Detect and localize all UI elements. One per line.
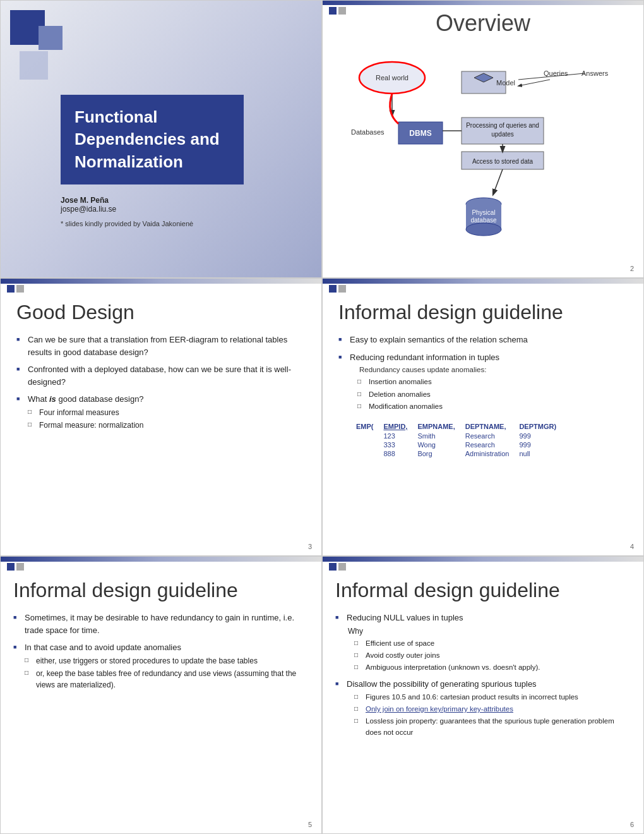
bullet-item-1: Easy to explain semantics of the relatio… (338, 334, 628, 346)
sub-bullet-1: Four informal measures (28, 407, 306, 418)
col-deptmgr: DEPTMGR) (514, 421, 561, 432)
slide-4: Informal design guideline Easy to explai… (322, 278, 644, 556)
svg-text:Real world: Real world (376, 74, 408, 82)
anomaly-3: Modification anomalies (350, 401, 628, 412)
spurious-item-1: Figures 10.5 and 10.6: cartesian product… (347, 692, 631, 703)
header-bar (323, 279, 643, 284)
svg-text:Processing of queries and: Processing of queries and (466, 122, 539, 129)
corner-decoration (7, 563, 24, 571)
header-bar (1, 279, 321, 284)
bullet-spurious: Disallow the possibility of generating s… (335, 678, 631, 738)
slide-title: Informal design guideline (13, 579, 309, 602)
why-item-1: Efficient use of space (347, 638, 631, 649)
col-empid: EMPID, (379, 421, 413, 432)
bullet-list: Sometimes, it may be desirable to have r… (13, 612, 309, 691)
slide-number: 6 (630, 821, 634, 828)
footnote: * slides kindly provided by Vaida Jakoni… (61, 220, 193, 227)
why-label: Why (348, 626, 631, 637)
bullet-list: Easy to explain semantics of the relatio… (338, 334, 628, 412)
svg-text:Model: Model (496, 79, 515, 87)
slide-title: Functional Dependencies and Normalizatio… (75, 106, 230, 172)
table-row: 888 Borg Administration null (351, 449, 561, 458)
overview-title: Overview (335, 10, 631, 37)
slide-number: 3 (308, 543, 312, 550)
svg-text:updates: updates (491, 131, 514, 138)
author-email: jospe@ida.liu.se (61, 205, 193, 214)
bullet-item-3: What is good database design? Four infor… (16, 393, 306, 431)
col-empname: EMPNAME, (412, 421, 460, 432)
why-item-3: Ambiguous interpretation (unknown vs. do… (347, 662, 631, 673)
bullet-item-2: In that case and to avoid update anomali… (13, 641, 309, 691)
svg-line-18 (518, 80, 550, 86)
svg-text:Answers: Answers (581, 70, 609, 77)
col-emp: EMP( (351, 421, 379, 432)
overview-svg: Real world Databases DBMS Processing of … (335, 43, 626, 245)
slide-3: Good Design Can we be sure that a transl… (0, 278, 322, 556)
slide-title: Informal design guideline (338, 301, 628, 324)
svg-text:DBMS: DBMS (409, 129, 431, 138)
svg-text:database: database (470, 217, 497, 224)
svg-line-25 (493, 169, 503, 195)
bullet-item-2: Confronted with a deployed database, how… (16, 363, 306, 388)
svg-text:Physical: Physical (472, 209, 495, 216)
bullet-list: Can we be sure that a translation from E… (16, 334, 306, 431)
slide-6: Informal design guideline Reducing NULL … (322, 556, 644, 834)
table-row: 123 Smith Research 999 (351, 432, 561, 440)
author-section: Jose M. Peña jospe@ida.liu.se * slides k… (61, 196, 193, 227)
overview-diagram: Real world Databases DBMS Processing of … (335, 43, 631, 245)
anomaly-1: Insertion anomalies (350, 377, 628, 387)
spurious-item-3: Lossless join property: guarantees that … (347, 716, 631, 738)
spurious-item-2: Only join on foreign key/primary key-att… (347, 704, 631, 715)
header-bar (1, 557, 321, 562)
corner-decoration (7, 285, 24, 293)
slide-1: Functional Dependencies and Normalizatio… (0, 0, 322, 278)
corner-decoration (329, 7, 346, 15)
corner-decoration (329, 285, 346, 293)
redundancy-note: Redundancy causes update anomalies: (359, 365, 628, 375)
bullet-item-1: Can we be sure that a translation from E… (16, 334, 306, 358)
author-name: Jose M. Peña (61, 196, 193, 205)
bullet-item-1: Sometimes, it may be desirable to have r… (13, 612, 309, 636)
title-box: Functional Dependencies and Normalizatio… (61, 95, 244, 184)
svg-text:Databases: Databases (351, 128, 385, 136)
bullet-null: Reducing NULL values in tuples Why Effic… (335, 612, 631, 673)
slide-2: Overview Real world Databases DBMS Proce… (322, 0, 644, 278)
anomaly-2: Deletion anomalies (350, 389, 628, 400)
corner-decoration (329, 563, 346, 571)
svg-point-22 (466, 223, 501, 236)
table-row: 333 Wong Research 999 (351, 440, 561, 449)
col-deptname: DEPTNAME, (460, 421, 515, 432)
slide-5: Informal design guideline Sometimes, it … (0, 556, 322, 834)
sub-bullet-2: or, keep the base tables free of redunda… (25, 668, 309, 691)
slide-number: 4 (630, 543, 634, 550)
header-bar (323, 557, 643, 562)
slide-number: 2 (630, 265, 634, 272)
sub-bullet-2: Formal measure: normalization (28, 420, 306, 431)
svg-text:Access to stored data: Access to stored data (472, 158, 534, 165)
slide-title: Informal design guideline (335, 579, 631, 602)
slide-number: 5 (308, 821, 312, 828)
bullet-item-2: Reducing redundant information in tuples… (338, 351, 628, 413)
slide-title: Good Design (16, 301, 306, 324)
header-bar (323, 1, 643, 5)
emp-table: EMP( EMPID, EMPNAME, DEPTNAME, DEPTMGR) … (351, 421, 561, 458)
sub-bullet-1: either, use triggers or stored procedure… (25, 655, 309, 667)
bullet-list: Reducing NULL values in tuples Why Effic… (335, 612, 631, 738)
why-item-2: Avoid costly outer joins (347, 650, 631, 661)
